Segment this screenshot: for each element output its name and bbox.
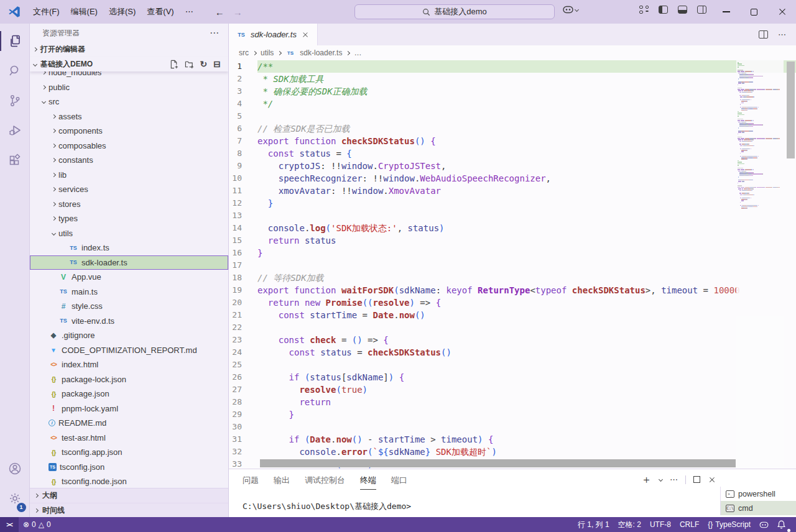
code-editor[interactable]: 1/**2 * SDK加载工具3 * 确保必要的SDK正确加载4 */56// … (229, 60, 796, 469)
editor-more-actions-icon[interactable]: ⋯ (778, 30, 786, 39)
tree-file-index.html[interactable]: <>index.html (30, 357, 228, 372)
tree-folder-node_modules[interactable]: node_modules (30, 71, 228, 80)
tree-file-App.vue[interactable]: VApp.vue (30, 270, 228, 285)
vertical-scrollbar[interactable] (787, 62, 795, 158)
run-debug-icon[interactable] (0, 116, 30, 145)
indentation-setting[interactable]: 空格: 2 (614, 517, 646, 532)
breadcrumb-item[interactable]: src (239, 48, 249, 57)
tree-file-vite-env.d.ts[interactable]: TSvite-env.d.ts (30, 314, 228, 329)
breadcrumb-item[interactable]: sdk-loader.ts (300, 48, 342, 57)
command-center-search[interactable]: 基础接入demo (354, 4, 555, 19)
new-folder-icon[interactable] (185, 60, 194, 69)
panel-tab-终端[interactable]: 终端 (360, 475, 376, 490)
json-file-icon: {} (49, 449, 58, 456)
menu-item[interactable]: ⋯ (180, 4, 199, 20)
encoding-setting[interactable]: UTF-8 (646, 517, 675, 532)
terminal-item-powershell[interactable]: >_powershell (721, 487, 796, 501)
tree-folder-utils[interactable]: utils (30, 226, 228, 241)
breadcrumb[interactable]: src utils TS sdk-loader.ts … (229, 45, 796, 60)
search-sidebar-icon[interactable] (0, 56, 30, 86)
tree-folder-components[interactable]: components (30, 124, 228, 139)
maximize-panel-icon[interactable] (693, 476, 700, 483)
notifications-bell-icon[interactable] (773, 517, 790, 532)
open-editors-section[interactable]: 打开的编辑器 (30, 42, 228, 57)
tree-file-.gitignore[interactable]: ◆.gitignore (30, 328, 228, 343)
new-file-icon[interactable] (169, 60, 178, 69)
terminal-prompt[interactable]: C:\Users\shiuo\Desktop\基础接入demo> (243, 501, 411, 512)
new-terminal-icon[interactable]: ＋ (641, 474, 652, 485)
split-editor-icon[interactable] (759, 30, 768, 39)
source-control-icon[interactable] (0, 86, 30, 116)
tree-file-main.ts[interactable]: TSmain.ts (30, 285, 228, 300)
tree-file-index.ts[interactable]: TSindex.ts (30, 241, 228, 255)
tree-folder-public[interactable]: public (30, 80, 228, 95)
close-window-button[interactable] (768, 0, 796, 24)
language-mode[interactable]: {} TypeScript (703, 517, 755, 532)
tree-file-package.json[interactable]: {}package.json (30, 387, 228, 401)
problems-status[interactable]: ⊗ 0 △ 0 (19, 517, 55, 532)
outline-section[interactable]: 大纲 (30, 488, 228, 503)
warning-count: 0 (47, 520, 51, 529)
tree-file-package-lock.json[interactable]: {}package-lock.json (30, 372, 228, 387)
typescript-file-icon: TS (286, 50, 295, 56)
breadcrumb-item[interactable]: … (354, 48, 361, 57)
menu-item[interactable]: 查看(V) (141, 4, 179, 20)
collapse-folders-icon[interactable]: ⊟ (213, 60, 221, 68)
tree-folder-src[interactable]: src (30, 94, 228, 109)
project-root-section[interactable]: 基础接入DEMO ↻ ⊟ (30, 57, 228, 71)
cursor-position[interactable]: 行 1, 列 1 (573, 517, 614, 532)
copilot-status-icon[interactable] (755, 517, 773, 532)
menu-item[interactable]: 文件(F) (27, 4, 65, 20)
explorer-more-actions-icon[interactable]: ⋯ (210, 27, 220, 39)
terminal-dropdown-icon[interactable] (659, 477, 663, 482)
remote-indicator[interactable]: >< (0, 517, 19, 532)
close-tab-icon[interactable] (302, 31, 309, 38)
panel-tab-调试控制台[interactable]: 调试控制台 (305, 475, 345, 490)
toggle-secondary-sidebar-icon[interactable] (697, 6, 706, 14)
tree-file-tsconfig.app.json[interactable]: {}tsconfig.app.json (30, 445, 228, 460)
tree-file-CODE_OPTIMIZATION_REPORT.md[interactable]: ▼CODE_OPTIMIZATION_REPORT.md (30, 343, 228, 358)
menu-item[interactable]: 选择(S) (103, 4, 141, 20)
refresh-explorer-icon[interactable]: ↻ (200, 60, 208, 68)
terminal-item-cmd[interactable]: C:\cmd (721, 501, 796, 515)
maximize-button[interactable] (740, 0, 768, 24)
copilot-menu-button[interactable] (563, 6, 578, 14)
tree-file-pnpm-lock.yaml[interactable]: !pnpm-lock.yaml (30, 401, 228, 416)
close-panel-icon[interactable] (708, 476, 715, 483)
breadcrumb-item[interactable]: utils (261, 48, 274, 57)
tree-folder-composables[interactable]: composables (30, 139, 228, 154)
tree-folder-services[interactable]: services (30, 182, 228, 197)
tree-item-label: CODE_OPTIMIZATION_REPORT.md (62, 346, 197, 355)
account-icon[interactable] (0, 454, 30, 484)
tree-folder-stores[interactable]: stores (30, 197, 228, 212)
settings-gear-icon[interactable]: 1 (0, 484, 30, 513)
tree-folder-constants[interactable]: constants (30, 153, 228, 168)
tree-file-sdk-loader.ts[interactable]: TSsdk-loader.ts (30, 255, 228, 270)
minimap[interactable] (736, 60, 784, 469)
back-arrow-icon[interactable]: ← (215, 7, 224, 17)
tree-file-style.css[interactable]: #style.css (30, 299, 228, 314)
eol-setting[interactable]: CRLF (675, 517, 703, 532)
tree-file-tsconfig.json[interactable]: TStsconfig.json (30, 460, 228, 475)
panel-tab-输出[interactable]: 输出 (274, 475, 290, 490)
toggle-sidebar-icon[interactable] (659, 6, 668, 14)
tree-folder-lib[interactable]: lib (30, 168, 228, 183)
extensions-icon[interactable] (0, 145, 30, 175)
menu-item[interactable]: 编辑(E) (65, 4, 103, 20)
panel-tab-端口[interactable]: 端口 (391, 475, 407, 490)
tree-file-README.md[interactable]: iREADME.md (30, 416, 228, 431)
horizontal-scrollbar[interactable] (260, 459, 736, 467)
panel-more-actions-icon[interactable]: ⋯ (670, 475, 678, 484)
panel-tab-问题[interactable]: 问题 (243, 475, 259, 490)
customize-layout-icon[interactable] (639, 6, 649, 14)
tree-file-test-asr.html[interactable]: <>test-asr.html (30, 431, 228, 446)
tree-folder-assets[interactable]: assets (30, 109, 228, 124)
tab-sdk-loader[interactable]: TS sdk-loader.ts (229, 24, 318, 45)
code-line: 18// 等待SDK加载 (229, 272, 796, 284)
toggle-panel-icon[interactable] (678, 6, 687, 14)
tree-folder-types[interactable]: types (30, 211, 228, 226)
explorer-icon[interactable] (0, 26, 30, 56)
tree-file-tsconfig.node.json[interactable]: {}tsconfig.node.json (30, 474, 228, 488)
timeline-section[interactable]: 时间线 (30, 503, 228, 517)
minimize-button[interactable] (712, 0, 740, 24)
